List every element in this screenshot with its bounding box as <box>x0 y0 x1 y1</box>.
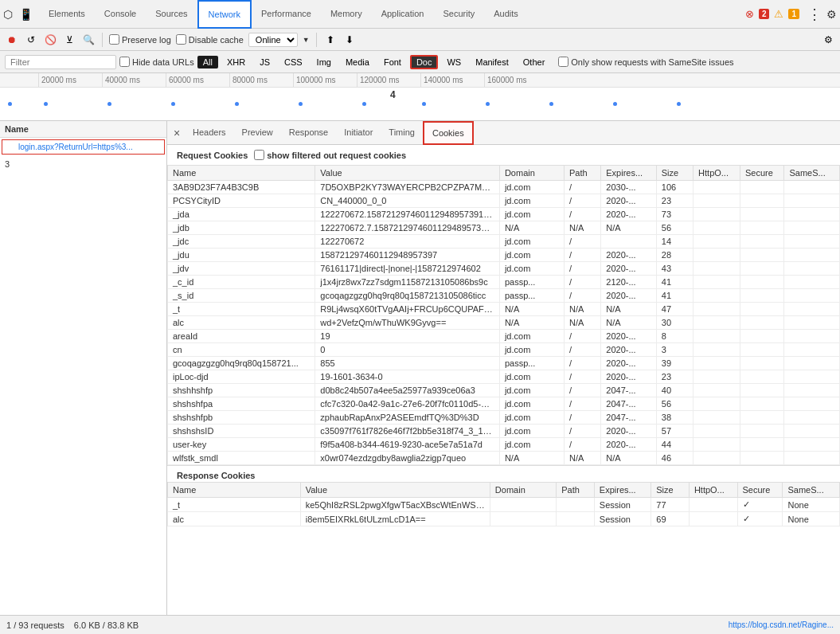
tab-response[interactable]: Response <box>281 121 337 145</box>
filter-media[interactable]: Media <box>340 56 375 68</box>
tab-memory[interactable]: Memory <box>321 0 372 29</box>
table-cell: 28 <box>656 249 693 262</box>
samesite-label[interactable]: Only show requests with SameSite issues <box>558 57 733 67</box>
hide-data-urls-text: Hide data URLs <box>132 57 194 67</box>
table-row[interactable]: areaId19jd.com/2020-...8 <box>168 330 840 343</box>
table-cell: N/A <box>499 452 564 465</box>
close-button[interactable]: × <box>169 125 185 141</box>
table-row[interactable]: shshshfpbzphaubRapAnxP2ASEEmdfTQ%3D%3Djd… <box>168 411 840 425</box>
disable-cache-checkbox[interactable] <box>176 34 186 45</box>
table-cell: 106 <box>656 181 693 194</box>
table-row[interactable]: ipLoc-djd19-1601-3634-0jd.com/2020-...23 <box>168 370 840 384</box>
settings-network-button[interactable]: ⚙ <box>821 33 835 47</box>
more-icon[interactable]: ⋮ <box>807 6 822 23</box>
export-button[interactable]: ⬇ <box>342 33 357 47</box>
preserve-log-checkbox[interactable] <box>109 34 119 45</box>
record-button[interactable]: ⏺ <box>5 33 19 47</box>
filter-img[interactable]: Img <box>311 56 337 68</box>
tab-performance[interactable]: Performance <box>252 0 321 29</box>
request-cookies-body: 3AB9D23F7A4B3C9B7D5OXBP2KY73WAYERCPB2CPZ… <box>168 181 840 465</box>
table-cell: None <box>783 512 840 526</box>
filter-manifest[interactable]: Manifest <box>470 56 514 68</box>
requests-header: Name <box>0 121 166 138</box>
table-cell: / <box>564 330 600 343</box>
table-cell: 23 <box>656 194 693 208</box>
tab-sources[interactable]: Sources <box>146 0 197 29</box>
table-row[interactable]: shshshfpacfc7c320-0a42-9a1c-27e6-20f7fc0… <box>168 397 840 411</box>
table-cell: Session <box>594 498 651 512</box>
table-cell <box>693 194 740 208</box>
table-cell: 2020-... <box>601 438 656 452</box>
mobile-icon[interactable]: 📱 <box>19 8 33 21</box>
settings-icon[interactable]: ⚙ <box>826 8 837 21</box>
filter-font[interactable]: Font <box>378 56 407 68</box>
preserve-log-label[interactable]: Preserve log <box>109 34 171 45</box>
import-button[interactable]: ⬆ <box>323 33 338 47</box>
filter-ws[interactable]: WS <box>441 56 467 68</box>
table-row[interactable]: _jdb122270672.7.158721297460112948957391… <box>168 221 840 235</box>
filter-other[interactable]: Other <box>518 56 551 68</box>
table-row[interactable]: cn0jd.com/2020-...3 <box>168 343 840 357</box>
resp-col-path: Path <box>557 483 595 498</box>
tab-preview[interactable]: Preview <box>234 121 281 145</box>
tab-network[interactable]: Network <box>197 0 252 29</box>
table-cell: N/A <box>499 316 564 330</box>
hide-data-urls-label[interactable]: Hide data URLs <box>119 57 194 67</box>
show-filtered-label[interactable]: show filtered out request cookies <box>254 150 406 160</box>
table-row[interactable]: alci8em5EIXRkL6tULzmLcD1A==Session69✓Non… <box>168 512 840 526</box>
filter-xhr[interactable]: XHR <box>221 56 251 68</box>
table-row[interactable]: user-keyf9f5a408-b344-4619-9230-ace5e7a5… <box>168 438 840 452</box>
filter-input[interactable] <box>5 55 116 69</box>
table-row[interactable]: _s_idgcoqagzgzg0hq9rq80q1587213105086tic… <box>168 289 840 303</box>
table-row[interactable]: PCSYCityIDCN_440000_0_0jd.com/2020-...23 <box>168 194 840 208</box>
table-cell <box>784 221 840 235</box>
hide-data-urls-checkbox[interactable] <box>119 57 130 67</box>
table-row[interactable]: shshhshfpd0b8c24b507a4ee5a25977a939ce06a… <box>168 384 840 397</box>
table-row[interactable]: gcoqagzgzg0hq9rq80q158721...855passp.../… <box>168 357 840 370</box>
tab-audits[interactable]: Audits <box>484 0 528 29</box>
filter-button[interactable]: ⊻ <box>62 33 76 47</box>
inspect-icon[interactable]: ⬡ <box>3 8 13 21</box>
table-row[interactable]: 3AB9D23F7A4B3C9B7D5OXBP2KY73WAYERCPB2CPZ… <box>168 181 840 194</box>
tab-initiator[interactable]: Initiator <box>336 121 381 145</box>
table-row[interactable]: _jdv76161171|direct|-|none|-|15872129746… <box>168 262 840 276</box>
table-row[interactable]: alcwd+2VefzQm/wThuWK9Gyvg==N/AN/AN/A30 <box>168 316 840 330</box>
show-filtered-checkbox[interactable] <box>254 150 264 160</box>
table-row[interactable]: _jdu158721297460112948957397jd.com/2020-… <box>168 249 840 262</box>
request-item[interactable]: login.aspx?ReturnUrl=https%3... <box>2 139 165 155</box>
table-cell <box>693 438 740 452</box>
reload-button[interactable]: ↺ <box>24 33 38 47</box>
filter-doc[interactable]: Doc <box>410 55 439 69</box>
filter-all[interactable]: All <box>197 56 218 68</box>
tab-cookies[interactable]: Cookies <box>423 121 474 145</box>
table-row[interactable]: _c_idj1x4jrz8wx7zz7sdgm11587213105086bs9… <box>168 276 840 289</box>
requests-panel: Name login.aspx?ReturnUrl=https%3... 3 <box>0 121 167 615</box>
table-row[interactable]: shshshsIDc35097f761f7826e46f7f2bb5e318f7… <box>168 425 840 438</box>
table-row[interactable]: wlfstk_smdlx0wr074ezdzgdby8awglia2zigp7q… <box>168 452 840 465</box>
search-button[interactable]: 🔍 <box>81 33 96 47</box>
clear-button[interactable]: 🚫 <box>43 33 57 47</box>
throttle-select[interactable]: Online <box>248 33 298 47</box>
col-name-header: Name <box>168 166 315 181</box>
tab-headers[interactable]: Headers <box>185 121 234 145</box>
table-row[interactable]: _tke5QhI8zRSL2pwgXfgwT5acXBscWtEnWSXEp..… <box>168 498 840 512</box>
samesite-checkbox[interactable] <box>558 57 568 67</box>
table-cell: 77 <box>651 498 690 512</box>
table-cell <box>693 316 740 330</box>
tab-timing[interactable]: Timing <box>381 121 423 145</box>
tab-application[interactable]: Application <box>372 0 434 29</box>
table-row[interactable]: _jda122270672.15872129746011294895739158… <box>168 208 840 221</box>
table-row[interactable]: _jdc122270672jd.com/14 <box>168 235 840 249</box>
timeline-dots: 4 <box>0 88 840 121</box>
filter-css[interactable]: CSS <box>279 56 308 68</box>
table-cell: jd.com <box>499 181 564 194</box>
tab-elements[interactable]: Elements <box>39 0 95 29</box>
table-cell: N/A <box>564 221 600 235</box>
table-cell: / <box>564 276 600 289</box>
tab-console[interactable]: Console <box>95 0 146 29</box>
tab-security[interactable]: Security <box>433 0 484 29</box>
filter-js[interactable]: JS <box>254 56 275 68</box>
disable-cache-label[interactable]: Disable cache <box>176 34 244 45</box>
table-cell: PCSYCityID <box>168 194 315 208</box>
table-row[interactable]: _tR9Lj4wsqX60tTVgAAIj+FRCUp6CQUPAF/KZr5.… <box>168 303 840 316</box>
